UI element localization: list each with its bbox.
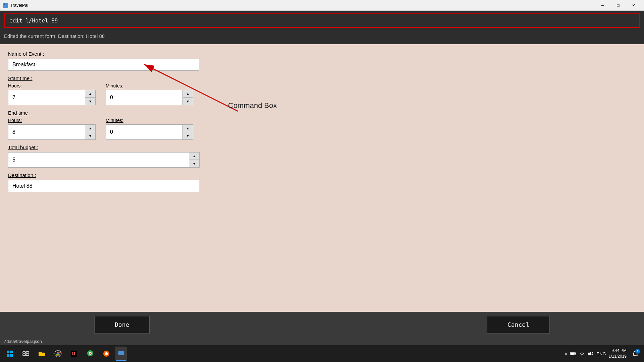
- name-label: Name of Event :: [8, 51, 636, 57]
- svg-rect-0: [3, 4, 7, 7]
- start-minutes-up[interactable]: ▲: [183, 90, 193, 98]
- chevron-icon[interactable]: ∧: [565, 351, 568, 356]
- end-minutes-input[interactable]: [106, 124, 183, 140]
- start-hours-input[interactable]: [8, 90, 85, 105]
- svg-rect-12: [26, 354, 29, 356]
- done-button[interactable]: Done: [94, 316, 150, 334]
- title-bar-controls: ─ □ ✕: [595, 0, 641, 11]
- start-time-row: Hours: ▲ ▼ Minutes:: [8, 83, 636, 105]
- svg-rect-24: [571, 353, 575, 355]
- close-button[interactable]: ✕: [626, 0, 641, 11]
- end-time-row: Hours: ▲ ▼ Minutes:: [8, 118, 636, 140]
- end-time-section: End time : Hours: ▲ ▼ Minutes:: [8, 110, 636, 140]
- destination-input[interactable]: [8, 180, 199, 192]
- start-hours-label: Hours:: [8, 83, 96, 88]
- date-display: 1/11/2019: [609, 354, 627, 359]
- budget-label: Total budget :: [8, 144, 636, 150]
- system-time[interactable]: 9:44 PM 1/11/2019: [609, 348, 627, 359]
- svg-marker-26: [588, 352, 591, 356]
- chrome-button[interactable]: [51, 347, 65, 361]
- notification-button[interactable]: 2: [629, 348, 641, 360]
- destination-label: Destination :: [8, 172, 636, 178]
- end-hours-label: Hours:: [8, 118, 96, 123]
- svg-rect-5: [7, 351, 9, 353]
- budget-section: Total budget : ▲ ▼: [8, 144, 636, 168]
- end-minutes-label: Minutes:: [106, 118, 193, 123]
- start-hours-spinner: ▲ ▼: [8, 90, 96, 105]
- svg-text:⊕: ⊕: [105, 351, 108, 356]
- budget-up[interactable]: ▲: [189, 153, 199, 160]
- start-minutes-down[interactable]: ▼: [183, 98, 193, 105]
- taskbar-right: ∧: [565, 348, 641, 360]
- end-hours-col: Hours: ▲ ▼: [8, 118, 96, 140]
- title-bar-left: TravelPal: [3, 3, 28, 8]
- intellij-button[interactable]: IJ: [67, 347, 81, 361]
- notification-badge: 2: [635, 349, 640, 354]
- event-name-input[interactable]: [8, 59, 199, 71]
- tray-icons: ∧: [565, 351, 606, 357]
- wifi-icon: [579, 351, 585, 357]
- svg-rect-1: [4, 3, 5, 5]
- start-button[interactable]: [3, 347, 17, 361]
- start-hours-btns: ▲ ▼: [85, 90, 96, 105]
- end-minutes-down[interactable]: ▼: [183, 132, 193, 139]
- svg-rect-11: [23, 354, 25, 356]
- svg-rect-22: [118, 351, 124, 355]
- app-title: TravelPal: [10, 3, 28, 8]
- name-section: Name of Event :: [8, 51, 636, 71]
- app-window: Edited the current form: Destination: Ho…: [0, 11, 644, 345]
- title-bar: TravelPal ─ □ ✕: [0, 0, 644, 11]
- taskbar: IJ ⊕: [0, 345, 644, 362]
- start-minutes-btns: ▲ ▼: [183, 90, 193, 105]
- end-minutes-btns: ▲ ▼: [183, 124, 193, 140]
- task-view-button[interactable]: [19, 347, 33, 361]
- start-hours-down[interactable]: ▼: [85, 98, 95, 105]
- command-box-container: [0, 11, 644, 31]
- svg-rect-6: [10, 351, 13, 353]
- start-time-section: Start time : Hours: ▲ ▼ Minutes: [8, 75, 636, 105]
- svg-rect-9: [23, 352, 25, 353]
- budget-down[interactable]: ▼: [189, 160, 199, 167]
- bottom-bar: Done Cancel: [0, 312, 644, 338]
- svg-point-19: [90, 353, 91, 354]
- app6-button[interactable]: ⊕: [99, 347, 113, 361]
- end-hours-up[interactable]: ▲: [85, 125, 95, 132]
- command-box-annotation: Command Box: [228, 101, 277, 110]
- command-input[interactable]: [4, 13, 640, 28]
- end-minutes-spinner: ▲ ▼: [106, 124, 193, 140]
- end-minutes-col: Minutes: ▲ ▼: [106, 118, 193, 140]
- start-minutes-col: Minutes: ▲ ▼: [106, 83, 193, 105]
- start-minutes-spinner: ▲ ▼: [106, 90, 193, 105]
- budget-input[interactable]: [8, 152, 189, 168]
- start-minutes-label: Minutes:: [106, 83, 193, 88]
- start-minutes-input[interactable]: [106, 90, 183, 105]
- volume-icon: [588, 351, 594, 357]
- start-hours-up[interactable]: ▲: [85, 90, 95, 98]
- app-layout: TravelPal ─ □ ✕ Edited the current form:…: [0, 0, 644, 362]
- time-display: 9:44 PM: [609, 348, 627, 354]
- svg-text:IJ: IJ: [72, 352, 75, 356]
- status-message: Edited the current form: Destination: Ho…: [0, 31, 644, 44]
- svg-rect-25: [575, 353, 576, 354]
- maps-button[interactable]: [83, 347, 97, 361]
- end-minutes-up[interactable]: ▲: [183, 125, 193, 132]
- minimize-button[interactable]: ─: [595, 0, 610, 11]
- start-time-label: Start time :: [8, 75, 636, 81]
- battery-icon: [570, 351, 576, 357]
- maximize-button[interactable]: □: [610, 0, 626, 11]
- svg-rect-7: [7, 354, 9, 357]
- main-content: Command Box Name of Event : Start time :…: [0, 44, 644, 312]
- budget-spinner: ▲ ▼: [8, 152, 636, 168]
- file-explorer-button[interactable]: [35, 347, 49, 361]
- destination-section: Destination :: [8, 172, 636, 192]
- taskbar-left: IJ ⊕: [3, 347, 127, 361]
- language-indicator: ENG: [596, 351, 606, 356]
- cancel-button[interactable]: Cancel: [487, 316, 550, 334]
- svg-rect-2: [6, 3, 6, 5]
- end-hours-down[interactable]: ▼: [85, 132, 95, 139]
- svg-rect-8: [10, 354, 13, 357]
- travelpal-taskbar-app[interactable]: [115, 347, 127, 361]
- app-icon: [3, 3, 8, 8]
- end-hours-input[interactable]: [8, 124, 85, 140]
- budget-btns: ▲ ▼: [189, 152, 200, 168]
